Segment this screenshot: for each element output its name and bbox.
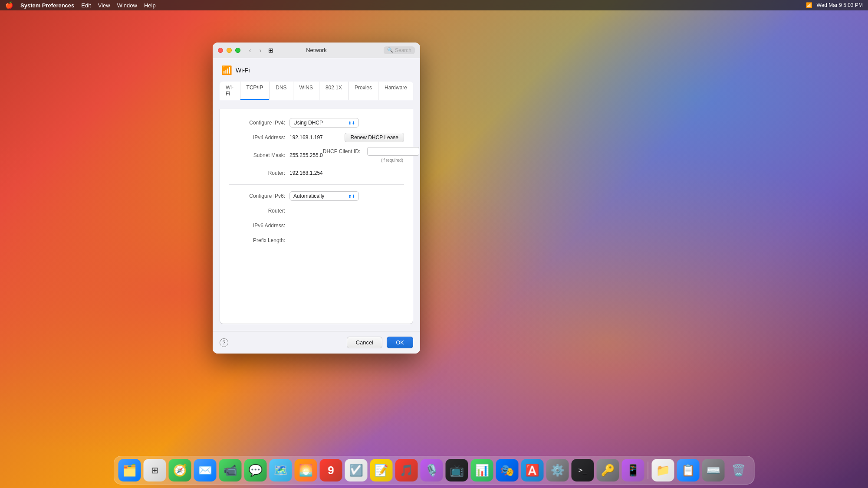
facetime-icon: 📹 [224,465,237,476]
router-ipv6-row: Router: [229,206,404,216]
appstore-icon: 🅰️ [526,465,539,476]
section-divider [229,184,404,185]
dock-item-bezel[interactable]: 📱 [622,459,644,481]
safari-icon: 🧭 [173,465,187,476]
dock-item-photos[interactable]: 🌅 [295,459,317,481]
tab-dns[interactable]: DNS [270,82,293,100]
dock-item-files[interactable]: 📁 [652,459,674,481]
configure-ipv6-select[interactable]: Automatically ⬆⬇ [289,191,359,201]
configure-ipv6-value: Automatically [293,193,324,199]
tab-hardware[interactable]: Hardware [378,82,413,100]
dock-item-finder[interactable]: 🗂️ [118,459,141,481]
music-icon: 🎵 [400,465,414,476]
mail-icon: ✉️ [198,465,212,476]
traffic-lights [218,48,240,53]
footer-buttons: Cancel OK [347,337,413,348]
content-spacer [229,250,404,315]
dhcp-hint: (if required) [380,158,403,163]
menubar-edit[interactable]: Edit [81,2,91,9]
window-footer: ? Cancel OK [213,331,420,354]
tab-wifi[interactable]: Wi-Fi [220,82,240,100]
dock-item-podcasts[interactable]: 🎙️ [421,459,443,481]
dock-item-syspreferences[interactable]: ⚙️ [546,459,569,481]
keyboard-icon: ⌨️ [707,465,720,476]
menubar-window[interactable]: Window [117,2,137,9]
search-bar[interactable]: 🔍 Search [384,46,415,54]
renew-dhcp-button[interactable]: Renew DHCP Lease [345,133,404,142]
trash-icon: 🗑️ [732,465,746,476]
close-button[interactable] [218,48,223,53]
tab-proxies[interactable]: Proxies [349,82,378,100]
dock-item-appstore[interactable]: 🅰️ [521,459,544,481]
select-arrow-ipv6-icon: ⬆⬇ [348,194,355,199]
dock-item-reminders[interactable]: ☑️ [345,459,368,481]
dock-item-music[interactable]: 🎵 [395,459,418,481]
configure-ipv4-value: Using DHCP [293,120,323,126]
files-icon: 📁 [656,465,670,476]
menubar-wifi-icon: 📶 [806,2,812,8]
titlebar: ‹ › ⊞ Network 🔍 Search [213,43,420,58]
dock-item-keychain[interactable]: 🔑 [597,459,619,481]
help-button[interactable]: ? [220,338,228,347]
grid-icon: ⊞ [268,47,273,54]
appletv-icon: 📺 [450,465,464,476]
dock-item-facetime[interactable]: 📹 [219,459,242,481]
minimize-button[interactable] [227,48,232,53]
controller-icon: 📋 [681,465,695,476]
ipv6-address-label: IPv6 Address: [229,223,285,229]
ok-button[interactable]: OK [387,337,413,348]
dhcp-client-id-input[interactable] [367,147,419,156]
dock-item-messages[interactable]: 💬 [244,459,267,481]
router-ipv4-label: Router: [229,170,285,176]
menubar-app-name[interactable]: System Preferences [20,2,74,9]
form-area: Configure IPv4: Using DHCP ⬆⬇ IPv4 Addre… [220,109,413,324]
configure-ipv4-select[interactable]: Using DHCP ⬆⬇ [289,118,359,128]
menubar-right: 📶 Wed Mar 9 5:03 PM [806,2,863,8]
prefix-length-row: Prefix Length: [229,235,404,246]
menubar-help[interactable]: Help [144,2,156,9]
cancel-button[interactable]: Cancel [347,337,382,348]
ipv4-address-value: 192.168.1.197 [289,134,323,141]
configure-ipv6-label: Configure IPv6: [229,193,285,199]
dock-item-numbers[interactable]: 📊 [471,459,493,481]
menubar-view[interactable]: View [98,2,110,9]
subnet-mask-value: 255.255.255.0 [289,152,323,158]
menubar-left: 🍎 System Preferences Edit View Window He… [5,1,156,9]
subnet-mask-label: Subnet Mask: [229,152,285,158]
select-arrow-icon: ⬆⬇ [348,121,355,125]
photos-icon: 🌅 [299,465,313,476]
tab-tcpip[interactable]: TCP/IP [240,82,270,100]
back-button[interactable]: ‹ [246,46,254,55]
tab-bar: Wi-Fi TCP/IP DNS WINS 802.1X Proxies [220,82,413,100]
window-title: Network [306,47,327,53]
tab-wins[interactable]: WINS [293,82,319,100]
dock-item-safari[interactable]: 🧭 [169,459,191,481]
notes-icon: 📝 [375,465,388,476]
dock: 🗂️ ⊞ 🧭 ✉️ 📹 💬 🗺️ 🌅 9 ☑️ 📝 [114,456,755,485]
menubar: 🍎 System Preferences Edit View Window He… [0,0,868,10]
wifi-header: 📶 Wi-Fi [220,65,413,75]
dock-item-keynote[interactable]: 🎭 [496,459,519,481]
dock-item-mail[interactable]: ✉️ [194,459,217,481]
keynote-icon: 🎭 [500,465,514,476]
dock-item-calendar[interactable]: 9 [320,459,342,481]
tab-8021x[interactable]: 802.1X [319,82,349,100]
dock-item-keyboard[interactable]: ⌨️ [702,459,725,481]
dock-item-appletv[interactable]: 📺 [446,459,468,481]
dock-item-terminal[interactable]: >_ [572,459,594,481]
messages-icon: 💬 [249,465,263,476]
dock-item-launchpad[interactable]: ⊞ [144,459,166,481]
dock-item-maps[interactable]: 🗺️ [270,459,292,481]
dock-item-controller[interactable]: 📋 [677,459,700,481]
titlebar-nav: ‹ › [246,46,265,55]
dock-item-trash[interactable]: 🗑️ [727,459,750,481]
keychain-icon: 🔑 [601,465,615,476]
search-placeholder: Search [395,47,411,53]
forward-button[interactable]: › [256,46,265,55]
menubar-time: Wed Mar 9 5:03 PM [817,2,863,8]
apple-menu[interactable]: 🍎 [5,1,13,9]
wifi-label: Wi-Fi [236,67,250,74]
bezel-icon: 📱 [626,465,640,476]
maximize-button[interactable] [235,48,240,53]
dock-item-notes[interactable]: 📝 [370,459,393,481]
